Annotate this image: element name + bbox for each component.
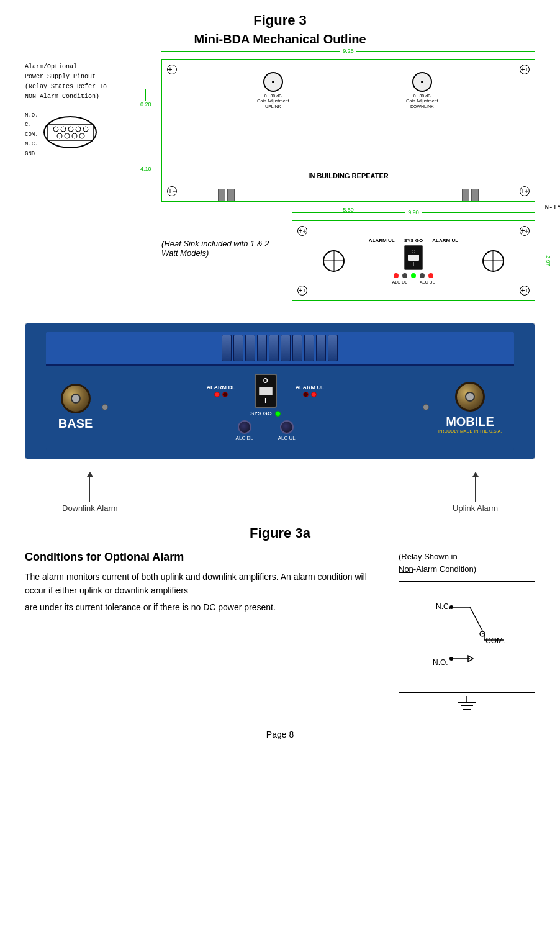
alc-dl-photo: ALC DL	[236, 435, 253, 441]
bnc-right	[455, 382, 485, 412]
conditions-text1: The alarm monitors current of both uplin…	[25, 570, 380, 598]
pin-c: C.	[25, 120, 38, 129]
conditions-text2: are under its current tolerance or if th…	[25, 600, 380, 614]
conditions-left: Conditions for Optional Alarm The alarm …	[25, 551, 380, 717]
vent-8	[304, 335, 314, 361]
pinout-label3: (Relay States Refer To	[25, 82, 149, 92]
crosshair-b-br: +	[520, 286, 530, 296]
bottom-diag-height: 2.97	[545, 255, 551, 266]
arrow-indicators: Downlink Alarm Uplink Alarm	[25, 472, 535, 513]
svg-point-10	[79, 133, 84, 138]
downlink-arrow-line	[89, 477, 90, 502]
screw-1	[102, 404, 108, 410]
crosshair-b-tr: +	[520, 226, 530, 236]
vent-7	[292, 335, 302, 361]
svg-point-0	[44, 117, 96, 148]
svg-point-19	[449, 605, 453, 609]
pin-no: N.O.	[25, 111, 38, 120]
bnc-left	[61, 384, 91, 413]
vent-9	[316, 335, 326, 361]
in-building-label: IN BUILDING REPEATER	[308, 172, 388, 179]
knob-uplink-label: 0...30 dBGain AdjustmentUPLINK	[256, 94, 290, 109]
uplink-label: Uplink Alarm	[453, 503, 498, 513]
connector-svg	[42, 115, 98, 150]
pin-com: COM.	[25, 130, 38, 139]
alarm-dl-label-small: ALARM UL	[369, 238, 395, 243]
pinout-label2: Power Supply Pinout	[25, 72, 149, 82]
conditions-section: Conditions for Optional Alarm The alarm …	[25, 551, 535, 717]
figure-subtitle: Mini-BDA Mechanical Outline	[25, 32, 535, 47]
base-label: BASE	[58, 417, 93, 431]
crosshair-br: +	[520, 186, 530, 196]
uplink-arrow-group: Uplink Alarm	[453, 472, 498, 513]
uplink-arrow-up	[472, 472, 479, 477]
vent-10	[328, 335, 338, 361]
svg-point-3	[61, 127, 66, 132]
no-svg-label: N.O.	[433, 658, 448, 667]
knob-downlink-label: 0...30 dBGain AdjustmentDOWNLINK	[404, 94, 441, 109]
crosshair-tl: +	[167, 65, 177, 74]
dim-left-bottom: 4.10	[140, 166, 151, 172]
dim-left-top: 0.20	[140, 101, 151, 107]
ground-symbol-svg	[454, 696, 479, 715]
svg-point-8	[65, 133, 70, 138]
knob-uplink	[263, 72, 283, 92]
figure-3a-title: Figure 3a	[25, 525, 535, 541]
figure-3-title: Figure 3	[25, 12, 535, 29]
indicator-ul	[280, 420, 294, 434]
vent-4	[257, 335, 267, 361]
front-panel-photo: BASE ALARM DL	[25, 323, 535, 459]
led-alarm-ul-1	[303, 392, 309, 397]
sys-go-photo: SYS GO	[250, 410, 272, 417]
alc-ul-photo: ALC UL	[278, 435, 296, 441]
led-alarm-dl-2	[222, 392, 228, 397]
relay-note-underline: Non	[399, 564, 413, 574]
led-dl-off	[402, 273, 407, 278]
conditions-right: (Relay Shown in Non-Alarm Condition) N.C…	[399, 551, 535, 717]
alarm-ul-photo: ALARM UL	[296, 384, 325, 390]
alc-dl-small: ALC DL	[392, 280, 407, 284]
downlink-arrow-group: Downlink Alarm	[62, 472, 118, 513]
relay-note: (Relay Shown in Non-Alarm Condition)	[399, 551, 535, 575]
screw-2	[423, 404, 429, 410]
conditions-title: Conditions for Optional Alarm	[25, 551, 380, 564]
front-connector-right	[482, 250, 504, 272]
relay-note-2: -Alarm Condition)	[413, 564, 476, 574]
nc-svg-label: N.C.	[436, 602, 451, 611]
vent-1	[222, 335, 232, 361]
downlink-arrow-up	[87, 472, 93, 477]
led-alarm-dl-1	[214, 392, 220, 397]
led-ul-red	[428, 273, 433, 278]
relay-svg: N.C. N.O. COM.	[417, 593, 517, 680]
switch-o-label: O	[411, 248, 415, 255]
svg-point-5	[76, 127, 81, 132]
svg-point-20	[449, 657, 453, 661]
svg-point-4	[68, 127, 73, 132]
led-dl-red	[394, 273, 399, 278]
right-diagrams: 9.25 0.20 4.10	[161, 59, 535, 314]
downlink-label: Downlink Alarm	[62, 503, 118, 513]
vent-5	[269, 335, 279, 361]
led-green-center	[411, 273, 416, 278]
sys-go-label-small: SYS GO	[404, 238, 423, 243]
uplink-arrow-line	[475, 477, 476, 502]
power-switch[interactable]: O I	[255, 374, 277, 408]
alc-ul-small: ALC UL	[420, 280, 435, 284]
made-in-usa-label: PROUDLY MADE IN THE U.S.A.	[438, 429, 502, 433]
vent-6	[281, 335, 291, 361]
vent-3	[245, 335, 255, 361]
svg-point-7	[57, 133, 62, 138]
svg-point-6	[83, 127, 88, 132]
switch-label-o: O	[263, 377, 268, 384]
relay-diagram: N.C. N.O. COM.	[399, 581, 535, 693]
mechanical-diagrams: Alarm/Optional Power Supply Pinout (Rela…	[25, 59, 535, 314]
pin-nc: N.C.	[25, 140, 38, 148]
relay-note-1: (Relay Shown in	[399, 552, 458, 561]
crosshair-b-tl: +	[297, 226, 307, 236]
page: Figure 3 Mini-BDA Mechanical Outline Ala…	[0, 0, 560, 925]
pinout-label4: NON Alarm Condition)	[25, 92, 149, 102]
led-alarm-ul-2	[311, 392, 317, 397]
svg-point-9	[72, 133, 77, 138]
ground-symbol-container	[399, 696, 535, 717]
crosshair-b-bl: +	[297, 286, 307, 296]
